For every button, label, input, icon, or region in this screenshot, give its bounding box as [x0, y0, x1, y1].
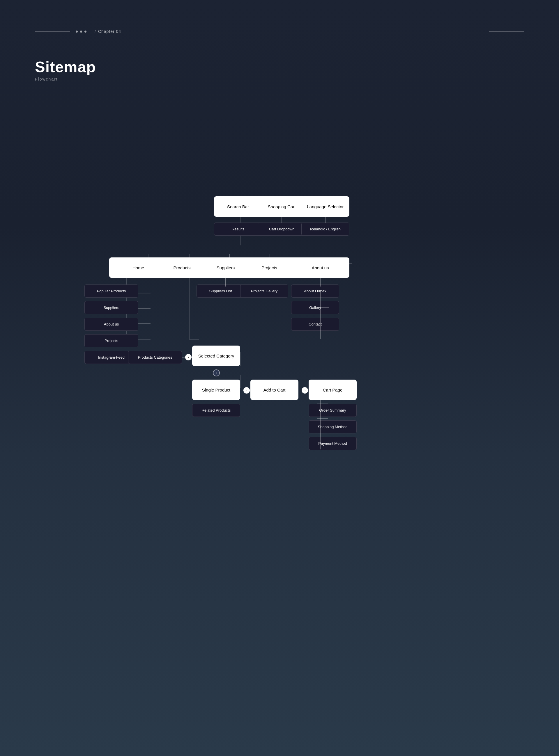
cart-page-box: Cart Page [309, 380, 357, 400]
page-subtitle: Flowchart [35, 77, 96, 81]
arrow-single-add: › [243, 387, 250, 394]
cart-dropdown-box: Cart Dropdown [258, 222, 306, 236]
header-line-right [489, 31, 524, 32]
selected-category-box: Selected Category [192, 346, 240, 366]
payment-method-box: Payment Method [309, 437, 357, 450]
gallery-box: Gallery [291, 301, 339, 314]
single-product-box: Single Product [192, 380, 240, 400]
chapter-label: Chapter 04 [98, 29, 121, 34]
dot-3 [85, 30, 87, 32]
header-dots [76, 30, 87, 32]
icelandic-english-box: Icelandic / English [301, 222, 349, 236]
suppliers-list-box: Suppliers List [197, 284, 245, 298]
projects-gallery-box: Projects Gallery [240, 284, 288, 298]
about-lumex-box: About Lumex [291, 284, 339, 298]
header: / Chapter 04 [0, 29, 559, 34]
header-line-left [35, 31, 70, 32]
shopping-method-box: Shopping Method [309, 420, 357, 433]
products-categories-box: Products Categories [128, 351, 182, 364]
arrow-add-cart: › [301, 387, 308, 394]
arrow-down-selected: ↓ [213, 370, 220, 376]
page-wrapper: / Chapter 04 Sitemap Flowchart [0, 0, 559, 756]
dot-1 [76, 30, 78, 32]
title-section: Sitemap Flowchart [35, 58, 96, 81]
order-summary-box: Order Summary [309, 404, 357, 417]
page-title: Sitemap [35, 58, 96, 76]
header-slash: / [95, 29, 96, 34]
dot-2 [80, 30, 82, 32]
flowchart: Search Bar Shopping Cart Language Select… [0, 96, 559, 445]
arrow-products-selected: › [185, 354, 192, 360]
add-to-cart-box: Add to Cart [250, 380, 298, 400]
contact-box: Contact [291, 317, 339, 331]
